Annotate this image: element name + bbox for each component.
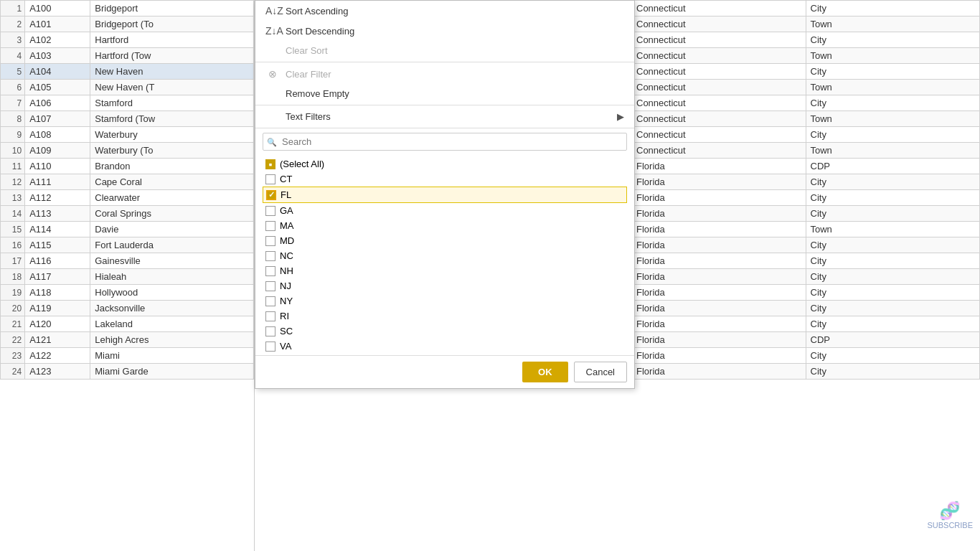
col-b-cell: Lakeland [90, 316, 254, 332]
col-a-cell: A120 [25, 316, 90, 332]
type-cell: City [806, 301, 980, 316]
col-a-cell: A113 [25, 206, 90, 222]
checkbox-item[interactable]: VA [263, 339, 627, 354]
checkbox-box [265, 174, 275, 184]
type-cell: City [806, 190, 980, 206]
menu-divider-3 [255, 128, 634, 128]
state-cell: Florida [632, 285, 806, 301]
table-row: Florida City [632, 253, 980, 269]
text-filters-arrow-icon: ▶ [617, 111, 624, 122]
ok-button[interactable]: OK [522, 362, 568, 382]
left-table: 1 A100 Bridgeport 2 A101 Bridgeport (To … [0, 0, 254, 380]
col-b-cell: Bridgeport [90, 1, 254, 17]
checkbox-box [265, 296, 275, 306]
checkbox-item[interactable]: NH [263, 263, 627, 278]
col-a-cell: A111 [25, 174, 90, 190]
state-cell: Florida [632, 159, 806, 174]
table-row: 19 A118 Hollywood [1, 285, 254, 301]
col-a-cell: A105 [25, 80, 90, 95]
state-cell: Connecticut [632, 1, 806, 17]
checkbox-box [265, 221, 275, 231]
table-row: Connecticut City [632, 127, 980, 143]
table-row: 5 A104 New Haven [1, 64, 254, 80]
col-a-cell: A108 [25, 127, 90, 143]
menu-divider-2 [255, 105, 634, 105]
col-a-cell: A122 [25, 348, 90, 364]
type-cell: City [806, 348, 980, 364]
checkbox-item[interactable]: MA [263, 218, 627, 233]
checkbox-box [265, 311, 275, 321]
checkbox-item[interactable]: ✓FL [263, 187, 627, 203]
col-a-cell: A112 [25, 190, 90, 206]
row-number: 10 [1, 143, 25, 159]
col-a-cell: A107 [25, 111, 90, 127]
table-row: 20 A119 Jacksonville [1, 301, 254, 316]
clear-sort-label: Clear Sort [286, 45, 328, 56]
type-cell: City [806, 285, 980, 301]
col-b-cell: Hartford (Tow [90, 48, 254, 64]
table-row: Florida City [632, 269, 980, 285]
remove-empty-item[interactable]: Remove Empty [255, 84, 634, 103]
checkbox-item[interactable]: NJ [263, 278, 627, 293]
clear-filter-item: ⊗ Clear Filter [255, 64, 634, 84]
right-table: Connecticut City Connecticut Town Connec… [631, 0, 980, 380]
left-panel: 1 A100 Bridgeport 2 A101 Bridgeport (To … [0, 0, 255, 551]
table-row: 17 A116 Gainesville [1, 253, 254, 269]
col-b-cell: Brandon [90, 159, 254, 174]
state-cell: Florida [632, 301, 806, 316]
type-cell: City [806, 364, 980, 380]
type-cell: City [806, 1, 980, 17]
cancel-button[interactable]: Cancel [574, 362, 627, 382]
table-row: 1 A100 Bridgeport [1, 1, 254, 17]
checkbox-item[interactable]: NC [263, 248, 627, 263]
checkbox-box [265, 281, 275, 291]
checkbox-item[interactable]: RI [263, 309, 627, 324]
checkbox-item[interactable]: CT [263, 171, 627, 187]
state-cell: Florida [632, 174, 806, 190]
type-cell: City [806, 127, 980, 143]
state-cell: Florida [632, 206, 806, 222]
col-a-cell: A121 [25, 332, 90, 348]
type-cell: City [806, 253, 980, 269]
checkbox-label: MA [280, 220, 294, 231]
state-cell: Connecticut [632, 111, 806, 127]
search-input[interactable] [263, 133, 627, 151]
state-cell: Connecticut [632, 48, 806, 64]
table-row: Florida City [632, 174, 980, 190]
table-row: Florida CDP [632, 332, 980, 348]
sort-descending-item[interactable]: Z↓A Sort Descending [255, 21, 634, 41]
table-row: Connecticut Town [632, 17, 980, 32]
type-cell: Town [806, 48, 980, 64]
col-b-cell: Hollywood [90, 285, 254, 301]
checkbox-box: ▪ [265, 159, 275, 169]
col-b-cell: Fort Lauderda [90, 237, 254, 253]
checkbox-item[interactable]: MD [263, 233, 627, 248]
col-a-cell: A115 [25, 237, 90, 253]
state-cell: Florida [632, 364, 806, 380]
checkbox-box [265, 251, 275, 261]
col-b-cell: Waterbury (To [90, 143, 254, 159]
table-row: 4 A103 Hartford (Tow [1, 48, 254, 64]
table-row: Florida City [632, 206, 980, 222]
col-b-cell: Davie [90, 222, 254, 237]
checkbox-item[interactable]: ▪(Select All) [263, 156, 627, 171]
col-b-cell: Bridgeport (To [90, 17, 254, 32]
checkbox-box [265, 236, 275, 246]
subscribe-label: SUBSCRIBE [927, 521, 973, 529]
checkbox-item[interactable]: NY [263, 293, 627, 309]
checkbox-label: NH [280, 265, 293, 276]
state-cell: Connecticut [632, 95, 806, 111]
checkbox-item[interactable]: GA [263, 203, 627, 218]
col-b-cell: New Haven (T [90, 80, 254, 95]
checkbox-item[interactable]: SC [263, 324, 627, 339]
state-cell: Connecticut [632, 143, 806, 159]
text-filters-item[interactable]: Text Filters ▶ [255, 107, 634, 126]
type-cell: CDP [806, 159, 980, 174]
table-row: Florida City [632, 364, 980, 380]
row-number: 22 [1, 332, 25, 348]
col-b-cell: Cape Coral [90, 174, 254, 190]
sort-ascending-item[interactable]: A↓Z Sort Ascending [255, 1, 634, 21]
col-a-cell: A110 [25, 159, 90, 174]
table-row: Connecticut Town [632, 111, 980, 127]
table-row: 14 A113 Coral Springs [1, 206, 254, 222]
